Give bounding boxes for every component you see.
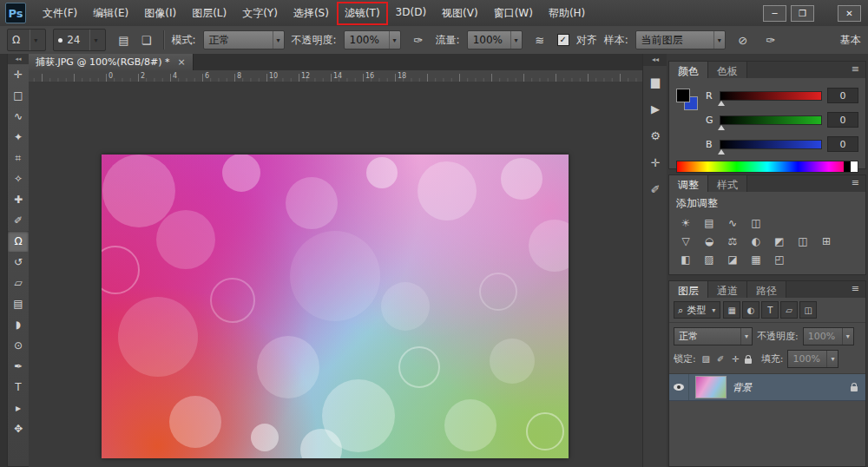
layer-blend-mode-dropdown[interactable]: 正常 ▾ (674, 327, 753, 345)
filter-adjustment-layers-icon[interactable]: ◐ (742, 301, 760, 319)
actions-panel-icon[interactable]: ▶ (643, 97, 667, 120)
color-lookup-icon[interactable]: ⊞ (817, 234, 836, 248)
pressure-size-icon[interactable]: ✑ (760, 30, 781, 49)
tool-hand[interactable]: ✥ (8, 418, 29, 439)
brush-settings-panel-icon[interactable]: ✐ (643, 178, 667, 201)
tool-crop[interactable]: ⌗ (8, 148, 29, 168)
channel-mixer-icon[interactable]: ◫ (793, 234, 812, 248)
channel-slider[interactable] (720, 91, 822, 101)
posterize-icon[interactable]: ▨ (700, 252, 719, 266)
panel-strip-collapse-icon[interactable]: ◂◂ (643, 54, 667, 66)
blend-mode-dropdown[interactable]: 正常 ▾ (203, 30, 285, 49)
align-checkbox[interactable]: ✓ (557, 34, 569, 46)
tab-styles[interactable]: 样式 (708, 175, 747, 192)
tool-dodge[interactable]: ⊙ (8, 335, 29, 356)
tool-history-brush[interactable]: ↺ (8, 252, 29, 273)
menu-item-filter[interactable]: 滤镜(T) (337, 2, 388, 25)
tool-gradient[interactable]: ▤ (8, 293, 29, 314)
document-tab[interactable]: 捕获.JPG @ 100%(RGB/8#) * × (29, 54, 194, 70)
sample-dropdown[interactable]: 当前图层 ▾ (635, 30, 726, 49)
toggle-clone-source-panel-icon[interactable]: ❏ (135, 30, 156, 49)
tool-spot-healing-brush[interactable]: ✚ (8, 189, 29, 210)
black-white-icon[interactable]: ◐ (746, 234, 766, 248)
tab-adjustments[interactable]: 调整 (669, 175, 708, 192)
airbrush-icon[interactable]: ≋ (529, 30, 550, 49)
opacity-dropdown[interactable]: 100% ▾ (344, 30, 401, 49)
tool-preset-picker[interactable]: Ω ▾ (7, 29, 46, 51)
lock-all-icon[interactable] (745, 358, 752, 364)
vibrance-icon[interactable]: ▽ (676, 234, 695, 248)
black-white-swatches[interactable] (844, 161, 858, 172)
photo-filter-icon[interactable]: ◩ (770, 234, 789, 248)
menu-item-type[interactable]: 文字(Y) (234, 2, 286, 25)
close-button[interactable]: ✕ (838, 5, 861, 22)
menu-item-help[interactable]: 帮助(H) (541, 2, 593, 25)
lock-pixels-icon[interactable]: ✐ (715, 354, 727, 364)
ignore-adjustment-layers-icon[interactable]: ⊘ (733, 30, 753, 49)
panel-menu-icon[interactable]: ≡ (852, 281, 865, 298)
toggle-brush-panel-icon[interactable]: ▤ (113, 30, 134, 49)
maximize-button[interactable]: ❐ (791, 5, 814, 22)
properties-panel-icon[interactable]: ⚙ (643, 124, 667, 147)
color-balance-icon[interactable]: ⚖ (723, 234, 742, 248)
tool-eyedropper[interactable]: ✧ (8, 168, 29, 189)
tool-pen[interactable]: ✒ (8, 356, 29, 377)
selective-color-icon[interactable]: ◰ (770, 252, 789, 266)
workspace-switcher[interactable]: 基本 (832, 33, 861, 48)
menu-item-edit[interactable]: 编辑(E) (85, 2, 136, 25)
layer-row[interactable]: 背景 (669, 374, 865, 401)
tool-quick-selection[interactable]: ✦ (8, 127, 29, 148)
pasteboard[interactable] (29, 82, 642, 467)
layer-thumbnail[interactable] (695, 376, 727, 398)
slider-thumb-icon[interactable] (718, 125, 725, 130)
menu-item-image[interactable]: 图像(I) (136, 2, 184, 25)
channel-value[interactable]: 0 (827, 136, 858, 152)
filter-pixel-layers-icon[interactable]: ▦ (723, 301, 740, 319)
curves-icon[interactable]: ∿ (723, 215, 742, 230)
menu-item-window[interactable]: 窗口(W) (486, 2, 541, 25)
tab-layers[interactable]: 图层 (669, 281, 708, 298)
slider-thumb-icon[interactable] (718, 149, 725, 155)
toolbar-collapse-icon[interactable]: ◂◂ (8, 54, 29, 64)
tool-brush[interactable]: ✐ (8, 210, 29, 231)
tool-move[interactable]: ✛ (8, 64, 29, 85)
color-spectrum-ramp[interactable] (676, 161, 858, 173)
layer-filter-dropdown[interactable]: ⌕ 类型 ▾ (674, 301, 720, 319)
threshold-icon[interactable]: ◪ (723, 252, 742, 266)
hue-saturation-icon[interactable]: ◒ (700, 234, 719, 248)
tool-path-selection[interactable]: ▸ (8, 398, 29, 418)
foreground-background-swatches[interactable] (676, 89, 699, 111)
flow-dropdown[interactable]: 100% ▾ (467, 30, 523, 49)
panel-menu-icon[interactable]: ≡ (852, 175, 865, 192)
channel-slider[interactable] (720, 115, 822, 125)
channel-value[interactable]: 0 (827, 88, 858, 103)
info-panel-icon[interactable]: ✛ (643, 151, 667, 174)
exposure-icon[interactable]: ◫ (746, 215, 766, 230)
filter-smart-objects-icon[interactable]: ◫ (799, 301, 817, 319)
layer-visibility-toggle[interactable] (669, 374, 689, 400)
tool-blur[interactable]: ◗ (8, 314, 29, 335)
menu-item-view[interactable]: 视图(V) (434, 2, 486, 25)
menu-item-select[interactable]: 选择(S) (286, 2, 337, 25)
tool-eraser[interactable]: ▱ (8, 273, 29, 293)
tool-clone-stamp[interactable]: Ω (8, 231, 29, 252)
close-icon[interactable]: × (178, 56, 186, 68)
minimize-button[interactable]: ─ (763, 5, 786, 22)
layer-fill-dropdown[interactable]: 100% ▾ (787, 350, 838, 368)
lock-transparency-icon[interactable]: ▨ (700, 354, 712, 364)
tab-channels[interactable]: 通道 (708, 281, 747, 298)
brightness-contrast-icon[interactable]: ☀ (676, 215, 695, 230)
channel-value[interactable]: 0 (827, 112, 858, 128)
tool-type[interactable]: T (8, 377, 29, 398)
canvas-image[interactable] (102, 155, 569, 458)
panel-menu-icon[interactable]: ≡ (852, 62, 865, 78)
tool-lasso[interactable]: ∿ (8, 106, 29, 127)
invert-icon[interactable]: ◧ (676, 252, 695, 266)
slider-thumb-icon[interactable] (718, 101, 725, 106)
menu-item-layer[interactable]: 图层(L) (184, 2, 234, 25)
tool-rectangular-marquee[interactable]: □ (8, 85, 29, 106)
layer-opacity-dropdown[interactable]: 100% ▾ (803, 327, 854, 345)
brush-preset-picker[interactable]: 24 ▾ (53, 29, 106, 51)
lock-position-icon[interactable]: ✛ (730, 354, 741, 364)
levels-icon[interactable]: ▤ (700, 215, 719, 230)
